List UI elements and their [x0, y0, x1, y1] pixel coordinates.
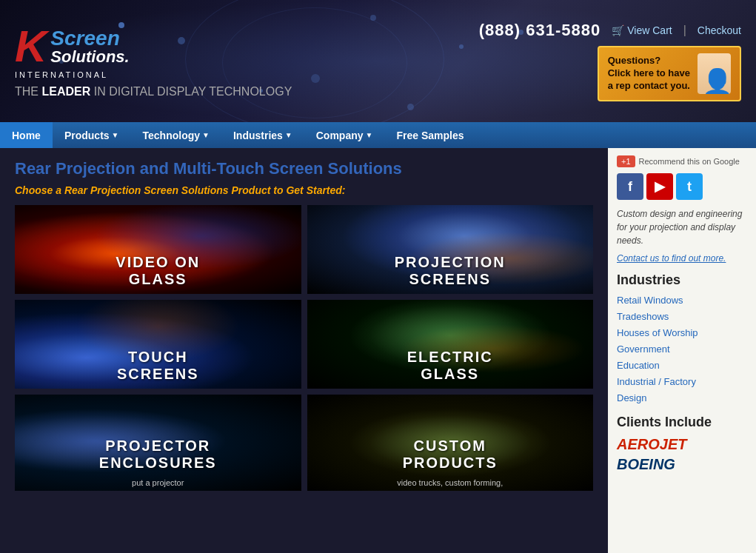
industry-retail-windows[interactable]: Retail Windows — [617, 295, 683, 306]
header-right: (888) 631-5880 🛒 View Cart | Checkout Qu… — [479, 21, 741, 101]
google-plus-button[interactable]: +1 — [617, 155, 635, 167]
logo-k: K — [15, 24, 47, 69]
sidebar-google-plus: +1 Recommend this on Google — [617, 155, 747, 167]
product-label-electric-glass: ELECTRIC GLASS — [307, 343, 594, 389]
product-card-touch-screens[interactable]: TOUCH SCREENS — [15, 300, 301, 389]
product-label-video-on-glass: VIDEO ON GLASS — [15, 248, 301, 294]
twitter-icon[interactable]: t — [676, 173, 703, 200]
product-card-projection-screens[interactable]: PROJECTION SCREENS — [307, 205, 594, 294]
industry-government[interactable]: Government — [617, 343, 670, 355]
list-item: Retail Windows — [617, 292, 747, 308]
product-sublabel-projector-enclosures: put a projector — [15, 478, 301, 487]
products-arrow: ▼ — [112, 131, 119, 139]
product-label-touch-screens: TOUCH SCREENS — [15, 343, 301, 389]
main-area: Rear Projection and Multi-Touch Screen S… — [0, 148, 756, 553]
industry-tradeshows[interactable]: Tradeshows — [617, 311, 669, 322]
product-card-projector-enclosures[interactable]: PROJECTOR ENCLOSURES put a projector — [15, 395, 301, 491]
questions-line3: a rep contact you. — [608, 80, 690, 93]
questions-line2: Click here to have — [608, 67, 690, 80]
technology-arrow: ▼ — [202, 131, 210, 139]
phone-number: (888) 631-5880 — [479, 21, 601, 40]
product-sublabel-custom-products: video trucks, custom forming, — [307, 478, 594, 487]
product-label-custom-products: CUSTOM PRODUCTS — [307, 432, 594, 477]
sidebar-blurb: Custom design and engineering for your p… — [617, 207, 747, 247]
nav-company[interactable]: Company ▼ — [304, 122, 385, 148]
rep-avatar — [698, 53, 731, 94]
content-area: Rear Projection and Multi-Touch Screen S… — [0, 148, 608, 553]
nav-free-samples[interactable]: Free Samples — [384, 122, 475, 148]
logo-screen: Screen — [50, 28, 129, 49]
list-item: Education — [617, 357, 747, 373]
aerojet-logo[interactable]: AEROJET — [617, 436, 747, 453]
industry-industrial-factory[interactable]: Industrial / Factory — [617, 376, 696, 387]
header: K Screen Solutions. INTERNATIONAL THE LE… — [0, 0, 756, 122]
industries-list: Retail Windows Tradeshows Houses of Wors… — [617, 292, 747, 406]
industry-education[interactable]: Education — [617, 360, 660, 371]
sidebar: +1 Recommend this on Google f ▶ t Custom… — [608, 148, 756, 553]
tagline: THE LEADER IN DIGITAL DISPLAY TECHNOLOGY — [15, 85, 292, 98]
nav-products[interactable]: Products ▼ — [53, 122, 131, 148]
list-item: Industrial / Factory — [617, 373, 747, 389]
logo-international: INTERNATIONAL — [15, 70, 292, 79]
industry-design[interactable]: Design — [617, 392, 646, 403]
list-item: Houses of Worship — [617, 324, 747, 341]
clients-title: Clients Include — [617, 415, 747, 430]
industries-arrow: ▼ — [285, 131, 292, 139]
page-title: Rear Projection and Multi-Touch Screen S… — [15, 159, 593, 178]
product-card-electric-glass[interactable]: ELECTRIC GLASS — [307, 300, 594, 389]
list-item: Design — [617, 389, 747, 406]
boeing-logo[interactable]: BOEING — [617, 456, 747, 473]
nav-industries[interactable]: Industries ▼ — [221, 122, 304, 148]
company-arrow: ▼ — [366, 131, 373, 139]
social-icons-row: f ▶ t — [617, 173, 747, 200]
view-cart-link[interactable]: 🛒 View Cart — [612, 24, 672, 36]
contact-link[interactable]: Contact us to find out more. — [617, 253, 747, 264]
product-card-custom-products[interactable]: CUSTOM PRODUCTS video trucks, custom for… — [307, 395, 594, 491]
product-label-projection-screens: PROJECTION SCREENS — [307, 248, 594, 294]
product-card-video-on-glass[interactable]: VIDEO ON GLASS — [15, 205, 301, 294]
list-item: Tradeshows — [617, 308, 747, 324]
list-item: Government — [617, 341, 747, 357]
questions-line1: Questions? — [608, 55, 690, 67]
cart-icon: 🛒 — [612, 24, 624, 36]
gplus-icon: +1 — [621, 157, 631, 166]
logo-solutions: Solutions. — [50, 49, 129, 65]
checkout-link[interactable]: Checkout — [698, 24, 741, 36]
product-label-projector-enclosures: PROJECTOR ENCLOSURES — [15, 432, 301, 477]
navbar: Home Products ▼ Technology ▼ Industries … — [0, 122, 756, 148]
separator: | — [683, 24, 686, 37]
industries-title: Industries — [617, 272, 747, 288]
industry-houses-of-worship[interactable]: Houses of Worship — [617, 327, 698, 338]
questions-banner[interactable]: Questions? Click here to have a rep cont… — [598, 46, 741, 101]
nav-technology[interactable]: Technology ▼ — [131, 122, 221, 148]
product-grid: VIDEO ON GLASS PROJECTION SCREENS — [15, 205, 593, 491]
page-subtitle: Choose a Rear Projection Screen Solution… — [15, 184, 593, 196]
recommend-text: Recommend this on Google — [639, 157, 740, 166]
youtube-icon[interactable]: ▶ — [646, 173, 673, 200]
facebook-icon[interactable]: f — [617, 173, 643, 200]
logo-area[interactable]: K Screen Solutions. INTERNATIONAL THE LE… — [15, 24, 292, 98]
nav-home[interactable]: Home — [0, 122, 53, 148]
